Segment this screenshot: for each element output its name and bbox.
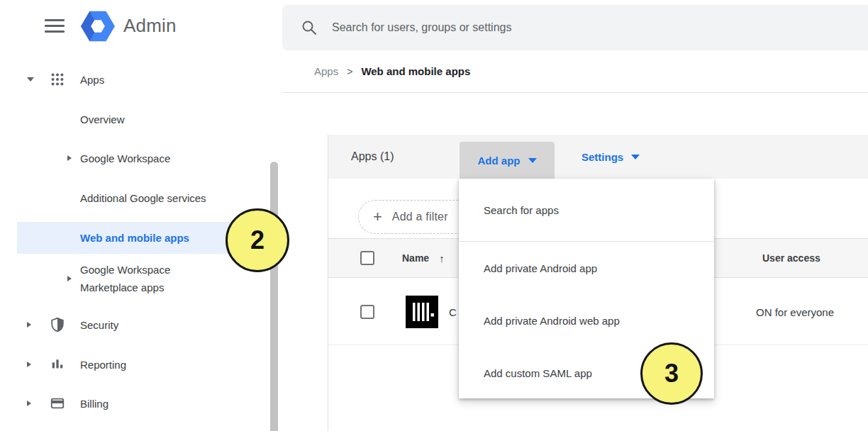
breadcrumb: Apps > Web and mobile apps (314, 65, 470, 77)
apps-count-label: Apps (1) (351, 135, 394, 179)
sort-ascending-icon[interactable]: ↑ (439, 252, 445, 264)
sidebar-item-gw-marketplace-apps[interactable]: Google Workspace Marketplace apps (0, 260, 270, 297)
row-checkbox[interactable] (360, 305, 374, 319)
sidebar-item-apps[interactable]: Apps (0, 60, 270, 99)
apps-toolbar: Apps (1) Add app Settings (328, 135, 868, 179)
chevron-right-icon[interactable] (27, 362, 31, 367)
dropdown-arrow-icon (528, 158, 537, 163)
credit-card-icon (49, 395, 66, 412)
settings-button[interactable]: Settings (582, 135, 640, 179)
admin-console-screen: Admin Apps Overview Google Workspace (0, 0, 868, 431)
apps-grid-icon (49, 71, 66, 88)
app-logo-icon (406, 296, 438, 331)
sidebar-item-label: Security (80, 319, 118, 331)
add-app-label: Add app (478, 155, 521, 167)
sidebar-item-label: Additional Google services (80, 192, 206, 204)
sidebar-item-label: Google Workspace Marketplace apps (80, 261, 208, 296)
sidebar-item-label: Web and mobile apps (80, 232, 189, 244)
sidebar-item-google-workspace[interactable]: Google Workspace (0, 138, 270, 178)
page-title: Admin (123, 15, 177, 37)
chevron-right-icon[interactable] (67, 276, 72, 281)
breadcrumb-current: Web and mobile apps (361, 65, 470, 77)
header-divider (282, 92, 868, 93)
bar-chart-icon (49, 356, 66, 373)
chevron-right-icon[interactable] (27, 401, 31, 406)
annotation-step-2: 2 (226, 208, 289, 272)
sidebar-item-label: Apps (80, 74, 104, 86)
column-header-user-access[interactable]: User access (762, 239, 820, 277)
menu-item-add-private-android-web-app[interactable]: Add private Android web app (459, 294, 714, 347)
column-header-name[interactable]: Name ↑ (402, 239, 445, 277)
breadcrumb-separator-icon: > (347, 66, 352, 77)
shield-icon (49, 316, 66, 333)
sidebar-item-label: Overview (80, 113, 125, 125)
chevron-down-icon[interactable] (27, 77, 34, 82)
sidebar-item-reporting[interactable]: Reporting (0, 345, 270, 384)
search-input[interactable] (332, 21, 786, 34)
sidebar-item-overview[interactable]: Overview (0, 99, 270, 139)
breadcrumb-apps-link[interactable]: Apps (314, 65, 338, 77)
admin-logo-icon (79, 9, 116, 47)
add-filter-label: Add a filter (392, 211, 448, 223)
user-access-cell: ON for everyone (756, 279, 834, 345)
annotation-step-3: 3 (640, 342, 703, 405)
select-all-checkbox[interactable] (360, 251, 374, 265)
menu-item-add-private-android-app[interactable]: Add private Android app (459, 242, 714, 294)
sidebar-item-security[interactable]: Security (0, 305, 270, 345)
sidebar-item-billing[interactable]: Billing (0, 384, 270, 423)
app-name-cell: C (449, 279, 457, 345)
chevron-right-icon[interactable] (27, 322, 31, 328)
hamburger-menu-icon[interactable] (45, 19, 65, 33)
dropdown-arrow-icon (631, 155, 640, 159)
sidebar-scrollbar[interactable] (270, 162, 278, 431)
sidebar-item-label: Google Workspace (80, 152, 170, 164)
sidebar-item-label: Reporting (80, 359, 126, 371)
settings-label: Settings (582, 151, 623, 163)
chevron-right-icon[interactable] (67, 155, 72, 161)
add-app-button[interactable]: Add app (460, 142, 555, 179)
sidebar-item-label: Billing (80, 398, 108, 410)
search-icon (301, 19, 318, 36)
sidebar-item-additional-google-services[interactable]: Additional Google services (0, 178, 270, 218)
menu-item-search-for-apps[interactable]: Search for apps (459, 179, 714, 241)
search-bar[interactable] (282, 5, 868, 50)
plus-icon: + (373, 209, 382, 225)
